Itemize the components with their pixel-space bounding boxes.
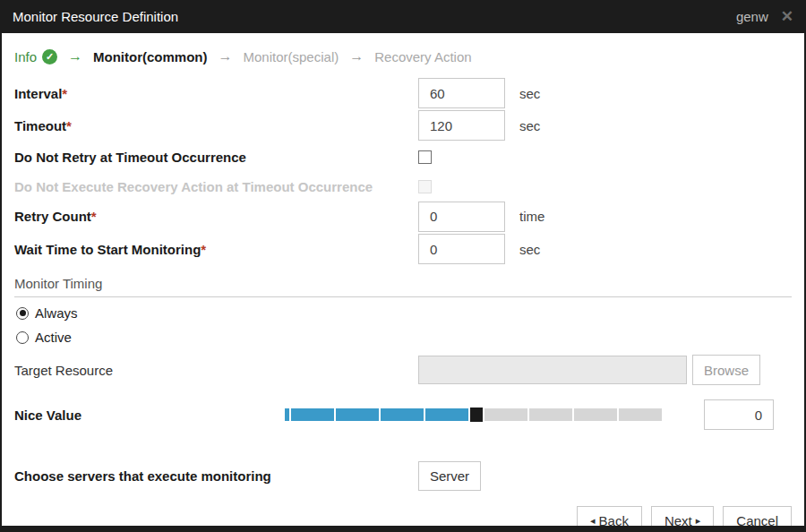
slider-segment [285, 408, 289, 421]
do-not-retry-row: Do Not Retry at Timeout Occurrence [2, 142, 804, 173]
timing-option-active[interactable]: Active [2, 325, 804, 349]
close-icon[interactable]: ✕ [781, 9, 793, 24]
dialog-content: Info ✓ → Monitor(common) → Monitor(speci… [2, 33, 804, 526]
step-info[interactable]: Info ✓ [14, 49, 57, 64]
wait-time-label-text: Wait Time to Start Monitoring [14, 242, 201, 257]
server-button[interactable]: Server [418, 461, 481, 491]
nice-value-input[interactable] [704, 399, 774, 430]
target-resource-label: Target Resource [14, 363, 418, 378]
user-name: genw [736, 9, 768, 24]
timing-option-always[interactable]: Always [2, 301, 804, 325]
step-monitor-common[interactable]: Monitor(common) [93, 49, 207, 64]
retry-count-input[interactable] [418, 202, 505, 232]
do-not-retry-label: Do Not Retry at Timeout Occurrence [14, 150, 418, 165]
browse-button[interactable]: Browse [692, 355, 760, 385]
timeout-label: Timeout* [14, 118, 418, 133]
check-circle-icon: ✓ [42, 49, 57, 64]
section-divider [14, 296, 792, 297]
monitor-timing-section-title: Monitor Timing [2, 265, 804, 296]
slider-segment [574, 408, 617, 421]
interval-unit: sec [519, 86, 540, 101]
slider-segment [336, 408, 379, 421]
dialog-titlebar: Monitor Resource Definition genw ✕ [0, 0, 806, 33]
do-not-retry-checkbox[interactable] [418, 150, 432, 164]
do-not-execute-recovery-row: Do Not Execute Recovery Action at Timeou… [2, 173, 804, 200]
nice-value-slider[interactable] [285, 408, 664, 421]
target-resource-input [418, 356, 687, 384]
arrow-right-icon: → [219, 48, 233, 64]
dialog-title: Monitor Resource Definition [13, 9, 178, 24]
radio-selected-icon[interactable] [16, 307, 29, 320]
do-not-execute-recovery-label: Do Not Execute Recovery Action at Timeou… [14, 179, 418, 194]
timing-option-active-label: Active [35, 330, 72, 345]
back-button[interactable]: ◂Back [577, 506, 642, 526]
interval-label: Interval* [14, 86, 418, 101]
monitor-resource-definition-dialog: Monitor Resource Definition genw ✕ Info … [0, 0, 806, 532]
step-recovery-action[interactable]: Recovery Action [374, 49, 471, 64]
do-not-execute-recovery-checkbox [418, 180, 432, 193]
nice-value-label: Nice Value [14, 408, 285, 423]
next-button[interactable]: Next▸ [651, 506, 714, 526]
back-triangle-icon: ◂ [590, 515, 596, 526]
step-monitor-special[interactable]: Monitor(special) [244, 49, 339, 64]
next-triangle-icon: ▸ [696, 515, 701, 526]
required-asterisk: * [62, 86, 67, 101]
wait-time-unit: sec [519, 242, 540, 257]
retry-count-label-text: Retry Count [14, 209, 91, 224]
timing-option-always-label: Always [35, 305, 78, 321]
retry-count-unit: time [519, 209, 544, 224]
step-info-label: Info [14, 49, 37, 64]
nice-value-row: Nice Value [2, 399, 804, 431]
required-asterisk: * [201, 242, 206, 257]
radio-unselected-icon[interactable] [16, 331, 29, 344]
slider-segment [291, 408, 334, 421]
wait-time-label: Wait Time to Start Monitoring* [14, 242, 418, 257]
dialog-footer: ◂Back Next▸ Cancel [2, 491, 804, 526]
slider-thumb[interactable] [470, 408, 483, 422]
slider-segment [425, 408, 468, 421]
target-resource-row: Target Resource Browse [2, 354, 804, 386]
required-asterisk: * [91, 209, 97, 224]
cancel-button[interactable]: Cancel [723, 506, 792, 526]
retry-count-label: Retry Count* [14, 209, 418, 224]
slider-segment [619, 408, 662, 421]
required-asterisk: * [66, 118, 72, 133]
arrow-right-icon: → [349, 48, 364, 64]
next-button-label: Next [665, 513, 692, 526]
cancel-button-label: Cancel [736, 513, 778, 526]
interval-row: Interval* sec [2, 77, 804, 109]
timeout-label-text: Timeout [14, 118, 66, 133]
arrow-right-icon: → [68, 48, 82, 64]
wait-time-input[interactable] [418, 234, 505, 264]
back-button-label: Back [599, 513, 629, 526]
interval-label-text: Interval [14, 86, 62, 101]
timeout-input[interactable] [418, 110, 505, 141]
servers-row: Choose servers that execute monitoring S… [2, 461, 804, 491]
timeout-row: Timeout* sec [2, 109, 804, 142]
servers-label: Choose servers that execute monitoring [14, 468, 418, 484]
interval-input[interactable] [418, 78, 505, 108]
timeout-unit: sec [519, 118, 540, 133]
slider-segment [381, 408, 424, 421]
slider-segment [529, 408, 572, 421]
breadcrumb: Info ✓ → Monitor(common) → Monitor(speci… [2, 33, 804, 73]
wait-time-row: Wait Time to Start Monitoring* sec [2, 233, 804, 265]
retry-count-row: Retry Count* time [2, 200, 804, 233]
slider-segment [484, 408, 527, 421]
